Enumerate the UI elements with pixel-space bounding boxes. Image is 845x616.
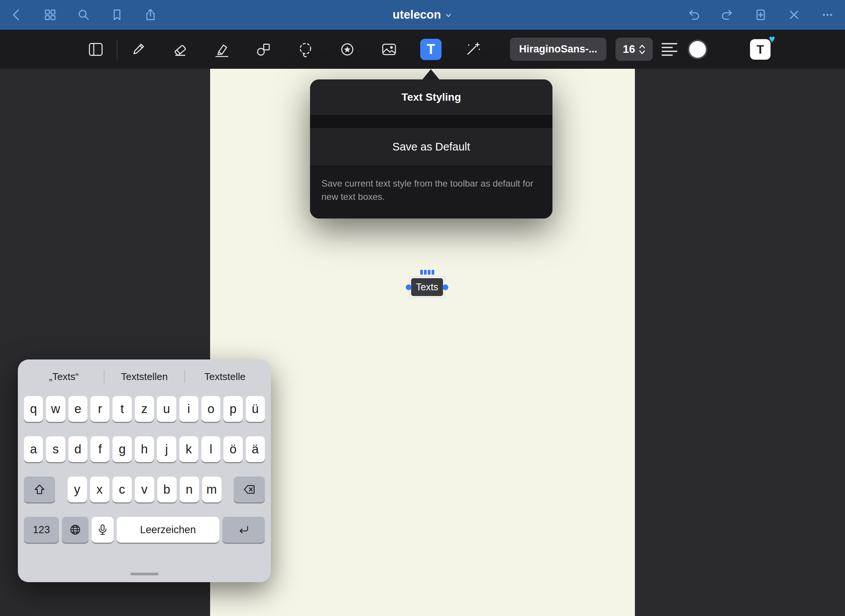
text-tool-icon: T: [427, 41, 435, 57]
numbers-key[interactable]: 123: [24, 517, 59, 543]
key-s[interactable]: s: [46, 436, 65, 462]
back-chevron-icon: [10, 8, 24, 22]
add-page-button[interactable]: [753, 7, 768, 22]
pointer-tool[interactable]: [462, 39, 483, 60]
document-title-label: utelecon: [392, 8, 441, 22]
key-v[interactable]: v: [135, 477, 154, 502]
key-y[interactable]: y: [68, 477, 87, 502]
nav-right-group: [686, 7, 845, 22]
key-j[interactable]: j: [157, 436, 176, 462]
key-ae[interactable]: ä: [246, 436, 265, 462]
redo-button[interactable]: [720, 7, 735, 22]
space-key[interactable]: Leerzeichen: [117, 517, 219, 543]
toolbar-divider: [117, 40, 117, 59]
key-q[interactable]: q: [24, 396, 43, 422]
dictation-key[interactable]: [92, 517, 114, 543]
search-button[interactable]: [76, 7, 91, 22]
popover-arrow: [422, 69, 440, 80]
highlighter-tool[interactable]: [211, 39, 233, 60]
ellipsis-icon: [821, 8, 834, 22]
key-r[interactable]: r: [90, 396, 109, 422]
backspace-key[interactable]: [234, 477, 265, 502]
key-n[interactable]: n: [180, 477, 199, 502]
key-c[interactable]: c: [112, 477, 132, 502]
key-z[interactable]: z: [135, 396, 154, 422]
key-ue[interactable]: ü: [246, 396, 265, 422]
reading-view-tool[interactable]: [85, 39, 106, 60]
key-oe[interactable]: ö: [223, 436, 242, 462]
key-i[interactable]: i: [179, 396, 198, 422]
bookmark-icon: [110, 8, 124, 22]
font-family-label: HiraginoSans-...: [519, 43, 597, 55]
key-a[interactable]: a: [24, 436, 43, 462]
text-color-button[interactable]: [689, 41, 706, 58]
photo-tool[interactable]: [378, 39, 400, 60]
eraser-tool[interactable]: [169, 39, 191, 60]
popover-description: Save current text style from the toolbar…: [310, 166, 552, 219]
back-button[interactable]: [9, 7, 24, 22]
text-align-button[interactable]: [659, 40, 680, 59]
shapes-icon: [254, 40, 273, 59]
key-k[interactable]: k: [179, 436, 198, 462]
app-window: utelecon: [0, 0, 845, 616]
return-key[interactable]: [222, 517, 265, 543]
key-u[interactable]: u: [157, 396, 176, 422]
key-m[interactable]: m: [202, 477, 222, 502]
lasso-tool[interactable]: [295, 39, 316, 60]
save-as-default-button[interactable]: Save as Default: [310, 128, 552, 166]
share-button[interactable]: [143, 7, 158, 22]
key-b[interactable]: b: [157, 477, 177, 502]
pen-tool[interactable]: [128, 39, 149, 60]
close-button[interactable]: [786, 7, 802, 22]
key-t[interactable]: t: [112, 396, 131, 422]
document-title[interactable]: utelecon: [392, 8, 452, 22]
elements-tool[interactable]: [337, 39, 358, 60]
selection-handle-right[interactable]: [443, 284, 448, 290]
text-box-drag-handle[interactable]: [420, 270, 434, 275]
key-e[interactable]: e: [68, 396, 87, 422]
more-button[interactable]: [820, 7, 835, 22]
key-x[interactable]: x: [90, 477, 109, 502]
font-size-value: 16: [623, 43, 635, 55]
search-icon: [77, 8, 90, 22]
suggestion-2[interactable]: Textstellen: [104, 371, 184, 383]
selected-text-box-group: Texts: [407, 270, 447, 298]
stepper-chevrons-icon: [639, 43, 646, 56]
grid-icon: [43, 8, 57, 22]
font-size-stepper[interactable]: 16: [616, 38, 653, 61]
undo-button[interactable]: [686, 7, 701, 22]
drag-handle-bar: [420, 270, 423, 275]
lasso-icon: [296, 40, 315, 59]
key-o[interactable]: o: [201, 396, 220, 422]
shift-key[interactable]: [24, 477, 55, 502]
popover-title: Text Styling: [310, 79, 552, 115]
keyboard-drag-bar[interactable]: [130, 573, 158, 575]
key-w[interactable]: w: [46, 396, 65, 422]
globe-key[interactable]: [62, 517, 89, 543]
key-d[interactable]: d: [68, 436, 87, 462]
popover-separator: [310, 115, 552, 128]
key-l[interactable]: l: [201, 436, 220, 462]
bookmark-button[interactable]: [109, 7, 125, 22]
key-g[interactable]: g: [112, 436, 131, 462]
suggestion-3[interactable]: Textstelle: [185, 371, 265, 383]
drag-handle-bar: [428, 270, 430, 275]
text-box[interactable]: Texts: [411, 278, 443, 296]
tool-bar: T HiraginoSans-... 16 T ♥: [0, 30, 845, 69]
shapes-tool[interactable]: [253, 39, 274, 60]
key-h[interactable]: h: [135, 436, 154, 462]
page-thumbnails-button[interactable]: [43, 7, 58, 22]
text-style-icon: T: [756, 43, 764, 57]
text-style-favorites-button[interactable]: T ♥: [750, 39, 771, 60]
key-row-4: 123 Leerzeichen: [24, 517, 265, 543]
suggestion-1[interactable]: „Texts“: [24, 371, 104, 383]
pen-icon: [129, 40, 148, 59]
selection-handle-left[interactable]: [406, 284, 411, 290]
text-tool[interactable]: T: [420, 39, 441, 60]
key-row-3: y x c v b n m: [24, 477, 265, 502]
key-row-1: q w e r t z u i o p ü: [24, 396, 265, 422]
key-f[interactable]: f: [90, 436, 109, 462]
redo-icon: [720, 8, 734, 22]
key-p[interactable]: p: [223, 396, 242, 422]
font-family-button[interactable]: HiraginoSans-...: [510, 38, 606, 61]
